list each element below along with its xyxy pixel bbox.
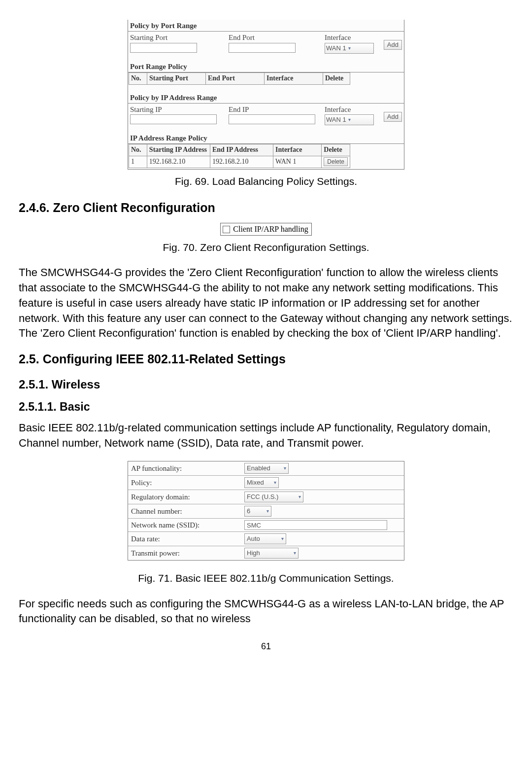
interface-label-port: Interface bbox=[325, 33, 374, 42]
col-starting-ip: Starting IP Address bbox=[147, 144, 210, 156]
chevron-down-icon: ▾ bbox=[284, 465, 286, 472]
ap-functionality-label: AP functionality: bbox=[131, 463, 244, 473]
page-number: 61 bbox=[19, 640, 513, 652]
fig69-panel: Policy by Port Range Starting Port End P… bbox=[128, 20, 404, 170]
col-interface: Interface bbox=[265, 72, 323, 84]
cell-end-ip: 192.168.2.10 bbox=[210, 156, 273, 168]
end-port-label: End Port bbox=[229, 33, 325, 42]
interface-select-ip[interactable]: WAN 1 ▾ bbox=[325, 114, 374, 125]
heading-2-5-1: 2.5.1. Wireless bbox=[19, 377, 513, 392]
col-no: No. bbox=[129, 72, 147, 84]
cell-starting-ip: 192.168.2.10 bbox=[147, 156, 210, 168]
port-range-policy-table: No. Starting Port End Port Interface Del… bbox=[129, 72, 350, 85]
ap-functionality-select[interactable]: Enabled ▾ bbox=[244, 463, 289, 474]
starting-ip-label: Starting IP bbox=[130, 105, 229, 114]
add-port-policy-button[interactable]: Add bbox=[384, 40, 402, 50]
table-row: No. Starting IP Address End IP Address I… bbox=[129, 144, 350, 156]
fig71-caption: Fig. 71. Basic IEEE 802.11b/g Communicat… bbox=[19, 571, 513, 585]
client-ip-arp-label: Client IP/ARP handling bbox=[233, 224, 308, 235]
data-rate-label: Data rate: bbox=[131, 534, 244, 544]
transmit-power-label: Transmit power: bbox=[131, 548, 244, 558]
port-range-policy-title: Port Range Policy bbox=[128, 61, 404, 72]
policy-select[interactable]: Mixed ▾ bbox=[244, 477, 279, 488]
chevron-down-icon: ▾ bbox=[274, 479, 276, 486]
regulatory-domain-value: FCC (U.S.) bbox=[247, 493, 278, 501]
paragraph-zero-client: The SMCWHSG44-G provides the 'Zero Clien… bbox=[19, 265, 513, 341]
chevron-down-icon: ▾ bbox=[266, 508, 269, 515]
heading-2-5: 2.5. Configuring IEEE 802.11-Related Set… bbox=[19, 351, 513, 368]
end-ip-label: End IP bbox=[229, 105, 325, 114]
table-row: 1 192.168.2.10 192.168.2.10 WAN 1 Delete bbox=[129, 156, 350, 168]
fig70-caption: Fig. 70. Zero Client Reconfiguration Set… bbox=[19, 241, 513, 254]
ssid-input[interactable] bbox=[244, 520, 387, 530]
policy-by-port-range-title: Policy by Port Range bbox=[128, 20, 404, 32]
ip-range-policy-table: No. Starting IP Address End IP Address I… bbox=[129, 144, 350, 168]
interface-select-ip-value: WAN 1 bbox=[326, 115, 346, 124]
transmit-power-value: High bbox=[247, 549, 260, 558]
interface-label-ip: Interface bbox=[325, 105, 374, 114]
end-ip-input[interactable] bbox=[229, 114, 315, 124]
starting-port-input[interactable] bbox=[130, 43, 197, 53]
ip-range-add-row: Starting IP End IP Interface WAN 1 ▾ Add bbox=[128, 104, 404, 128]
transmit-power-select[interactable]: High ▾ bbox=[244, 548, 299, 559]
policy-by-ip-range-title: Policy by IP Address Range bbox=[128, 92, 404, 104]
data-rate-select[interactable]: Auto ▾ bbox=[244, 533, 286, 544]
col-starting-port: Starting Port bbox=[147, 72, 206, 84]
cell-delete: Delete bbox=[322, 156, 350, 168]
client-ip-arp-checkbox[interactable] bbox=[223, 226, 230, 233]
heading-2-4-6: 2.4.6. Zero Client Reconfiguration bbox=[19, 200, 513, 216]
port-range-add-row: Starting Port End Port Interface WAN 1 ▾… bbox=[128, 32, 404, 56]
col-delete: Delete bbox=[323, 72, 350, 84]
regulatory-domain-select[interactable]: FCC (U.S.) ▾ bbox=[244, 492, 303, 502]
fig71-panel: AP functionality: Enabled ▾ Policy: Mixe… bbox=[128, 461, 404, 561]
starting-ip-input[interactable] bbox=[130, 114, 217, 124]
fig70-panel: Client IP/ARP handling bbox=[19, 223, 513, 236]
policy-label: Policy: bbox=[131, 478, 244, 488]
policy-value: Mixed bbox=[247, 478, 264, 487]
channel-number-value: 6 bbox=[247, 507, 250, 516]
channel-number-label: Channel number: bbox=[131, 506, 244, 516]
chevron-down-icon: ▾ bbox=[348, 116, 351, 123]
delete-ip-row-button[interactable]: Delete bbox=[324, 157, 348, 166]
chevron-down-icon: ▾ bbox=[348, 45, 351, 52]
ip-range-policy-title: IP Address Range Policy bbox=[128, 132, 404, 144]
regulatory-domain-label: Regulatory domain: bbox=[131, 492, 244, 502]
chevron-down-icon: ▾ bbox=[294, 550, 296, 557]
table-row: No. Starting Port End Port Interface Del… bbox=[129, 72, 350, 84]
interface-select-port-value: WAN 1 bbox=[326, 44, 346, 53]
heading-2-5-1-1: 2.5.1.1. Basic bbox=[19, 399, 513, 415]
col-delete: Delete bbox=[322, 144, 350, 156]
interface-select-port[interactable]: WAN 1 ▾ bbox=[325, 43, 374, 54]
col-no: No. bbox=[129, 144, 147, 156]
add-ip-policy-button[interactable]: Add bbox=[384, 112, 402, 122]
chevron-down-icon: ▾ bbox=[281, 535, 284, 542]
col-end-port: End Port bbox=[206, 72, 265, 84]
starting-port-label: Starting Port bbox=[130, 33, 229, 42]
end-port-input[interactable] bbox=[229, 43, 296, 53]
chevron-down-icon: ▾ bbox=[299, 493, 301, 500]
fig69-caption: Fig. 69. Load Balancing Policy Settings. bbox=[19, 175, 513, 188]
cell-interface: WAN 1 bbox=[273, 156, 322, 168]
ap-functionality-value: Enabled bbox=[247, 464, 270, 473]
col-interface: Interface bbox=[273, 144, 322, 156]
paragraph-basic-outro: For specific needs such as configuring t… bbox=[19, 597, 513, 627]
col-end-ip: End IP Address bbox=[210, 144, 273, 156]
data-rate-value: Auto bbox=[247, 534, 260, 543]
cell-no: 1 bbox=[129, 156, 147, 168]
channel-number-select[interactable]: 6 ▾ bbox=[244, 506, 271, 517]
paragraph-basic-intro: Basic IEEE 802.11b/g-related communicati… bbox=[19, 421, 513, 451]
ssid-label: Network name (SSID): bbox=[131, 520, 244, 530]
